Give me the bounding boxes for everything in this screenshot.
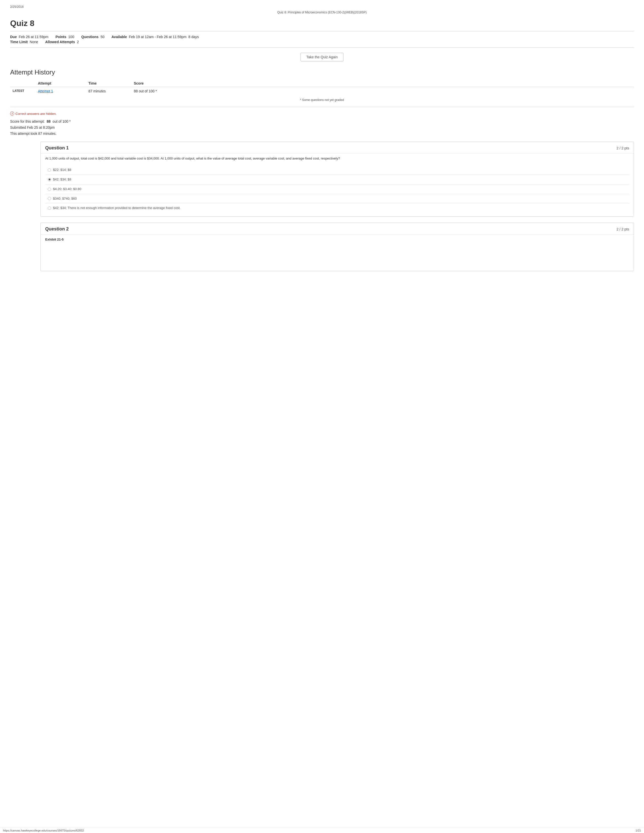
question-2-title: Question 2 (45, 227, 69, 232)
allowed-attempts-field: Allowed Attempts 2 (45, 40, 79, 44)
time-limit-value: None (30, 40, 38, 44)
radio-2 (48, 178, 51, 181)
col-header-latest (10, 80, 35, 87)
meta-divider (10, 47, 634, 48)
questions-label: Questions (81, 35, 98, 39)
allowed-attempts-value: 2 (77, 40, 79, 44)
questions-value: 50 (100, 35, 105, 39)
exhibit-label: Exhibit 21-5 (45, 237, 629, 242)
question-1-text: At 1,000 units of output, total cost is … (45, 156, 629, 161)
score-value: 88 (47, 119, 51, 124)
option-text-1: $22; $14; $8 (53, 167, 71, 173)
title-divider (10, 31, 634, 31)
time-limit-label: Time Limit (10, 40, 28, 44)
section-divider (10, 107, 634, 107)
questions-field: Questions 50 (81, 35, 105, 39)
radio-3 (48, 188, 51, 191)
question-2-card: Question 2 2 / 2 pts Exhibit 21-5 (40, 223, 634, 271)
option-text-5: $42; $34; There is not enough informatio… (53, 206, 180, 211)
row-time: 87 minutes (86, 87, 131, 95)
score-text-label: Score for this attempt: (10, 119, 45, 124)
points-value: 100 (68, 35, 74, 39)
row-label: LATEST (10, 87, 35, 95)
col-header-attempt: Attempt (35, 80, 86, 87)
info-icon: i (10, 112, 14, 116)
attempt-score-block: Score for this attempt: 88 out of 100 * … (10, 119, 634, 137)
question-2-content: Exhibit 21-5 (45, 237, 629, 267)
question-1-card: Question 1 2 / 2 pts At 1,000 units of o… (40, 142, 634, 217)
question-1-title: Question 1 (45, 145, 69, 151)
attempt-history-table: Attempt Time Score LATEST Attempt 1 87 m… (10, 80, 634, 95)
table-row: LATEST Attempt 1 87 minutes 88 out of 10… (10, 87, 634, 95)
date-display: 2/25/2018 (10, 5, 634, 9)
q1-option-2[interactable]: $42; $34; $8 (45, 175, 629, 184)
points-field: Points 100 (56, 35, 74, 39)
question-2-pts: 2 / 2 pts (617, 227, 629, 231)
due-field: Due Feb 26 at 11:59pm (10, 35, 48, 39)
duration-line: This attempt took 87 minutes. (10, 131, 634, 137)
available-suffix: 8 days (188, 35, 199, 39)
available-label: Available (112, 35, 127, 39)
attempt-history-title: Attempt History (10, 68, 634, 76)
col-header-time: Time (86, 80, 131, 87)
browser-title: Quiz 8: Principles of Microeconomics (EC… (10, 11, 634, 14)
available-value: Feb 19 at 12am - Feb 26 at 11:59pm (129, 35, 187, 39)
option-text-2: $42; $34; $8 (53, 177, 71, 182)
footnote: * Some questions not yet graded (10, 96, 634, 104)
points-label: Points (56, 35, 66, 39)
take-quiz-container: Take the Quiz Again (10, 53, 634, 61)
take-quiz-button[interactable]: Take the Quiz Again (301, 53, 344, 61)
due-value: Feb 26 at 11:59pm (19, 35, 48, 39)
question-1-options: $22; $14; $8 $42; $34; $8 $4.20; $3.40; … (45, 165, 629, 213)
row-attempt[interactable]: Attempt 1 (35, 87, 86, 95)
question-1-body: At 1,000 units of output, total cost is … (41, 153, 634, 216)
option-text-3: $4.20; $3.40; $0.80 (53, 187, 81, 192)
q1-option-3[interactable]: $4.20; $3.40; $0.80 (45, 184, 629, 194)
due-label: Due (10, 35, 17, 39)
question-1-pts: 2 / 2 pts (617, 146, 629, 150)
q1-option-1[interactable]: $22; $14; $8 (45, 165, 629, 175)
quiz-title: Quiz 8 (10, 19, 634, 28)
correct-answers-text: Correct answers are hidden. (15, 112, 56, 116)
row-score: 88 out of 100 * (131, 87, 634, 95)
option-text-4: $340; $740; $60 (53, 196, 77, 201)
score-line: Score for this attempt: 88 out of 100 * (10, 119, 634, 125)
radio-5 (48, 206, 51, 210)
score-suffix: out of 100 * (53, 119, 71, 124)
radio-1 (48, 168, 51, 172)
radio-4 (48, 197, 51, 200)
question-2-body: Exhibit 21-5 (41, 234, 634, 271)
col-header-score: Score (131, 80, 634, 87)
q1-option-4[interactable]: $340; $740; $60 (45, 194, 629, 203)
available-field: Available Feb 19 at 12am - Feb 26 at 11:… (112, 35, 199, 39)
question-2-header: Question 2 2 / 2 pts (41, 223, 634, 234)
submitted-line: Submitted Feb 25 at 8:20pm (10, 125, 634, 131)
allowed-attempts-label: Allowed Attempts (45, 40, 75, 44)
correct-answers-notice: i Correct answers are hidden. (10, 112, 634, 116)
time-limit-field: Time Limit None (10, 40, 38, 44)
question-1-header: Question 1 2 / 2 pts (41, 142, 634, 153)
quiz-meta: Due Feb 26 at 11:59pm Points 100 Questio… (10, 35, 634, 44)
q1-option-5[interactable]: $42; $34; There is not enough informatio… (45, 203, 629, 213)
